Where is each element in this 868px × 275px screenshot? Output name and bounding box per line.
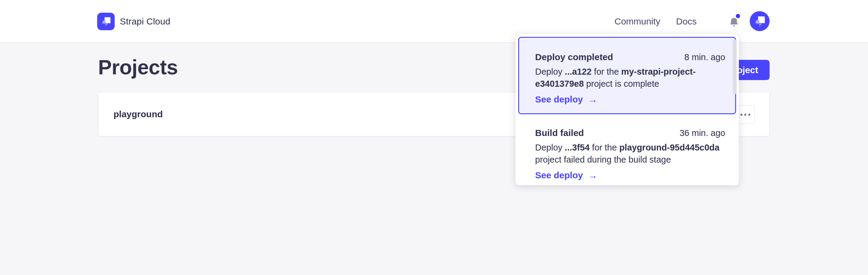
notification-body: Deploy ...a122 for the my-strapi-project… <box>535 65 725 90</box>
user-avatar[interactable] <box>750 11 770 31</box>
arrow-right-icon: → <box>588 93 597 106</box>
brand-name: Strapi Cloud <box>120 16 170 27</box>
notification-timestamp: 8 min. ago <box>684 51 725 63</box>
scrollbar-thumb[interactable] <box>733 39 737 94</box>
ellipsis-icon <box>744 114 746 116</box>
strapi-avatar-icon <box>750 11 770 31</box>
deploy-id: ...3f54 <box>565 143 589 152</box>
ellipsis-icon <box>740 114 742 116</box>
notification-header: Build failed 36 min. ago <box>535 127 725 139</box>
body-text: project failed during the build stage <box>535 155 671 164</box>
notification-timestamp: 36 min. ago <box>679 127 725 139</box>
body-text: for the <box>590 143 619 152</box>
notifications-bell-button[interactable] <box>726 14 742 30</box>
project-id: playground-95d445c0da <box>619 143 719 152</box>
see-deploy-link[interactable]: See deploy→ <box>535 93 597 106</box>
strapi-logo-icon <box>97 13 115 30</box>
link-label: See deploy <box>535 169 583 181</box>
unread-indicator-dot <box>736 14 740 18</box>
body-text: Deploy <box>535 67 565 77</box>
notification-item-build-failed[interactable]: Build failed 36 min. ago Deploy ...3f54 … <box>518 116 736 186</box>
link-label: See deploy <box>535 93 583 106</box>
ellipsis-icon <box>748 114 750 116</box>
body-text: project is complete <box>584 79 659 88</box>
notification-item-deploy-completed[interactable]: Deploy completed 8 min. ago Deploy ...a1… <box>518 37 736 114</box>
notifications-panel: Deploy completed 8 min. ago Deploy ...a1… <box>516 34 739 185</box>
notification-header: Deploy completed 8 min. ago <box>535 51 725 63</box>
brand[interactable]: Strapi Cloud <box>97 0 170 43</box>
notification-body: Deploy ...3f54 for the playground-95d445… <box>535 141 725 166</box>
strapi-cloud-app: Strapi Cloud Community Docs Projects Cre… <box>0 0 868 275</box>
notification-title: Deploy completed <box>535 51 613 63</box>
deploy-id: ...a122 <box>565 67 592 77</box>
page-title: Projects <box>98 56 178 78</box>
project-name[interactable]: playground <box>114 109 163 119</box>
body-text: Deploy <box>535 143 565 152</box>
see-deploy-link[interactable]: See deploy→ <box>535 169 597 181</box>
body-text: for the <box>592 67 621 77</box>
notification-title: Build failed <box>535 127 584 139</box>
arrow-right-icon: → <box>588 169 597 181</box>
